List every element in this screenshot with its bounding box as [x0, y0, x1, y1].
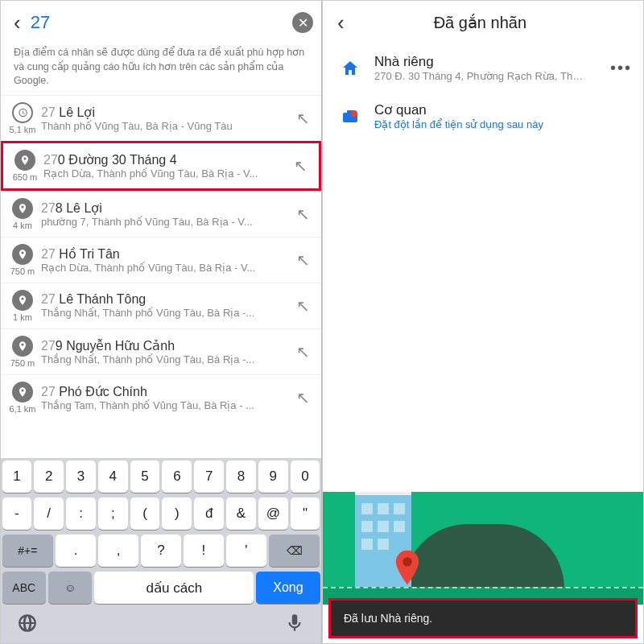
suggestion-item[interactable]: 5,1 km27 Lê LợiThành phố Vũng Tàu, Bà Rị… [1, 95, 321, 141]
labeled-header: ‹ Đã gắn nhãn [323, 1, 643, 44]
history-icon [12, 102, 33, 123]
back-icon[interactable]: ‹ [9, 10, 26, 35]
insert-arrow-icon[interactable]: ↖ [293, 204, 313, 224]
pin-icon [12, 244, 33, 265]
suggestion-meta: 750 m [4, 244, 41, 276]
distance: 650 m [13, 172, 38, 182]
back-icon[interactable]: ‹ [332, 10, 349, 35]
label-body: Nhà riêng270 Đ. 30 Tháng 4, Phường Rạch … [374, 54, 610, 82]
key[interactable]: ( [130, 497, 160, 530]
suggestion-text: 270 Đường 30 Tháng 4Rạch Dừa, Thành phố … [43, 152, 291, 180]
key-symbols[interactable]: #+= [2, 535, 54, 567]
keyboard: 1234567890 -/:;()đ&@" #+= .,?!' ⌫ ABC ☺ … [1, 458, 321, 643]
key[interactable]: , [98, 535, 138, 567]
pin-icon [12, 382, 33, 402]
briefcase-icon [334, 106, 366, 126]
key[interactable]: đ [194, 497, 224, 530]
suggestion-meta: 650 m [6, 150, 43, 182]
key[interactable]: 7 [194, 460, 224, 493]
key[interactable]: / [34, 497, 64, 530]
distance: 750 m [10, 358, 35, 368]
keyboard-toolbar [1, 606, 321, 643]
suggestion-item[interactable]: 750 m27 Hồ Tri TânRạch Dừa, Thành phố Vũ… [1, 237, 321, 283]
illustration [323, 492, 643, 605]
insert-arrow-icon[interactable]: ↖ [293, 388, 313, 407]
suggestion-text: 27 Lê Thánh TôngThắng Nhất, Thành phố Vũ… [41, 292, 293, 319]
key[interactable]: 6 [162, 460, 192, 493]
page-title: Đã gắn nhãn [349, 13, 611, 32]
search-panel: ‹ ✕ Địa điểm cá nhân sẽ được dùng để đưa… [0, 0, 322, 644]
clear-icon[interactable]: ✕ [292, 12, 313, 33]
distance: 5,1 km [9, 125, 35, 134]
insert-arrow-icon[interactable]: ↖ [293, 296, 313, 316]
toast-highlight: Đã lưu Nhà riêng. [328, 598, 638, 638]
insert-arrow-icon[interactable]: ↖ [293, 342, 313, 361]
key[interactable]: 8 [226, 460, 256, 493]
distance: 750 m [10, 266, 35, 276]
key-backspace-icon[interactable]: ⌫ [269, 535, 320, 567]
emoji-key-icon[interactable]: ☺ [48, 572, 92, 604]
distance: 1 km [13, 312, 32, 322]
suggestion-text: 279 Nguyễn Hữu CảnhThắng Nhất, Thành phố… [41, 338, 293, 365]
key[interactable]: @ [258, 497, 288, 530]
suggestion-item[interactable]: 650 m270 Đường 30 Tháng 4Rạch Dừa, Thành… [1, 141, 321, 191]
insert-arrow-icon[interactable]: ↖ [291, 156, 311, 175]
key[interactable]: ; [98, 497, 128, 530]
key-space[interactable]: dấu cách [94, 572, 254, 604]
pin-icon [12, 336, 33, 357]
key[interactable]: 0 [291, 460, 320, 493]
key[interactable]: 4 [98, 460, 128, 493]
key[interactable]: " [291, 497, 320, 530]
info-text: Địa điểm cá nhân sẽ được dùng để đưa ra … [1, 44, 321, 95]
key[interactable]: 3 [66, 460, 96, 493]
more-icon[interactable]: ••• [610, 59, 632, 77]
suggestion-list: 5,1 km27 Lê LợiThành phố Vũng Tàu, Bà Rị… [1, 95, 321, 420]
svg-point-3 [402, 557, 411, 566]
suggestion-meta: 750 m [4, 336, 41, 368]
key[interactable]: : [66, 497, 96, 530]
key[interactable]: ) [162, 497, 192, 530]
label-list: Nhà riêng270 Đ. 30 Tháng 4, Phường Rạch … [323, 44, 643, 140]
key[interactable]: ? [141, 535, 181, 567]
label-item[interactable]: Nhà riêng270 Đ. 30 Tháng 4, Phường Rạch … [323, 44, 643, 92]
key[interactable]: ' [226, 535, 266, 567]
pin-icon [14, 150, 35, 171]
key[interactable]: 5 [130, 460, 160, 493]
search-input[interactable] [26, 12, 292, 33]
insert-arrow-icon[interactable]: ↖ [293, 250, 313, 270]
mic-icon[interactable] [284, 613, 305, 637]
suggestion-meta: 6,1 km [4, 382, 41, 414]
suggestion-item[interactable]: 6,1 km27 Phó Đức ChínhThắng Tam, Thành p… [1, 374, 321, 420]
key[interactable]: - [2, 497, 32, 530]
key[interactable]: 2 [34, 460, 64, 493]
suggestion-text: 27 Hồ Tri TânRạch Dừa, Thành phố Vũng Tà… [41, 246, 293, 274]
search-bar: ‹ ✕ [1, 1, 321, 44]
key-done[interactable]: Xong [256, 572, 320, 604]
key-abc[interactable]: ABC [2, 572, 46, 604]
label-item[interactable]: Cơ quanĐặt đột lần để tiện sử dụng sau n… [323, 92, 643, 140]
suggestion-meta: 4 km [4, 198, 41, 230]
suggestion-item[interactable]: 750 m279 Nguyễn Hữu CảnhThắng Nhất, Thàn… [1, 328, 321, 374]
map-marker-icon [394, 550, 421, 588]
key[interactable]: ! [184, 535, 224, 567]
suggestion-meta: 5,1 km [4, 102, 41, 134]
key[interactable]: 9 [258, 460, 288, 493]
toast: Đã lưu Nhà riêng. [331, 601, 635, 636]
suggestion-text: 27 Lê LợiThành phố Vũng Tàu, Bà Rịa - Vũ… [41, 105, 293, 132]
globe-icon[interactable] [17, 613, 38, 637]
suggestion-item[interactable]: 4 km278 Lê Lợiphường 7, Thành phố Vũng T… [1, 191, 321, 237]
insert-arrow-icon[interactable]: ↖ [293, 109, 313, 128]
label-body: Cơ quanĐặt đột lần để tiện sử dụng sau n… [374, 101, 632, 130]
suggestion-item[interactable]: 1 km27 Lê Thánh TôngThắng Nhất, Thành ph… [1, 283, 321, 328]
svg-point-2 [351, 110, 357, 117]
key[interactable]: 1 [2, 460, 32, 493]
pin-icon [12, 198, 33, 219]
home-icon [334, 59, 366, 78]
pin-icon [12, 290, 33, 311]
key[interactable]: & [226, 497, 256, 530]
distance: 6,1 km [9, 404, 35, 414]
suggestion-text: 27 Phó Đức ChínhThắng Tam, Thành phố Vũn… [41, 384, 293, 411]
distance: 4 km [13, 221, 32, 230]
key[interactable]: . [56, 535, 96, 567]
labeled-panel: ‹ Đã gắn nhãn Nhà riêng270 Đ. 30 Tháng 4… [322, 0, 644, 644]
